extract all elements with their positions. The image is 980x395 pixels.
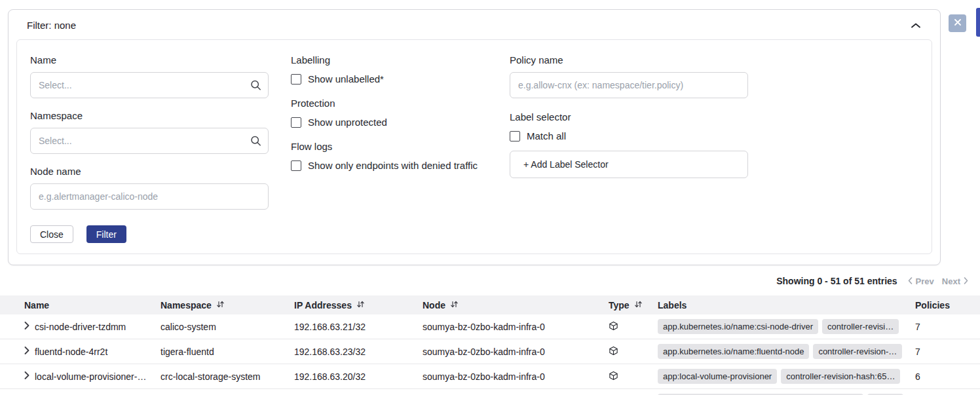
endpoint-ip: 192.168.63.21/32 [294,322,423,332]
header-policies: Policies [915,300,980,310]
pagination-bar: Showing 0 - 51 of 51 entries Prev Next [0,265,980,295]
name-field: Name [30,54,269,98]
filter-title: Filter: none [27,20,76,31]
close-flyout-button[interactable] [949,14,966,32]
chevron-right-icon [964,276,968,286]
filter-panel: Filter: none Name [8,9,941,265]
add-label-selector-button[interactable]: + Add Label Selector [510,151,748,178]
filter-column-left: Name Namespace [30,54,269,243]
close-icon [954,18,962,28]
policy-name-input[interactable] [510,72,748,98]
entries-summary: Showing 0 - 51 of 51 entries [776,276,897,286]
endpoint-namespace: crc-local-storage-system [160,371,294,382]
endpoint-node: soumya-bz-0zbo-kadm-infra-0 [423,347,609,357]
expand-row-button[interactable] [24,322,29,331]
node-name-field-label: Node name [30,166,269,177]
filter-button[interactable]: Filter [86,225,126,243]
flow-logs-heading: Flow logs [291,141,487,152]
endpoint-name: csi-node-driver-tzdmm [35,322,126,332]
namespace-field: Namespace [30,110,269,154]
label-chip: app:local-volume-provisioner [658,369,777,384]
show-unlabelled-row[interactable]: Show unlabelled* [291,73,487,85]
protection-heading: Protection [291,98,487,109]
labelling-heading: Labelling [291,54,487,66]
search-icon [250,136,261,147]
labelling-group: Labelling Show unlabelled* [291,54,487,85]
sort-icon[interactable] [450,300,459,310]
table-row[interactable]: prometheus-calico-node-… tigera-promethe… [0,389,980,395]
prev-label: Prev [916,276,934,286]
filter-flyout: Filter: none Name [0,0,980,265]
filter-panel-header: Filter: none [16,15,932,39]
endpoint-namespace: tigera-fluentd [160,347,294,357]
chevron-left-icon [908,276,913,286]
header-node[interactable]: Node [423,300,609,310]
show-unprotected-label: Show unprotected [308,117,387,128]
node-name-field: Node name [30,166,269,210]
header-ip-addresses[interactable]: IP Addresses [294,300,423,310]
endpoint-ip: 192.168.63.20/32 [294,371,423,382]
workload-endpoint-icon [609,321,618,333]
policies-count: 7 [915,322,980,332]
table-row[interactable]: fluentd-node-4rr2t tigera-fluentd 192.16… [0,339,980,364]
chevron-right-icon [24,322,29,331]
show-unprotected-checkbox[interactable] [291,117,301,128]
workload-endpoint-icon [609,371,618,383]
endpoint-node: soumya-bz-0zbo-kadm-infra-0 [423,322,609,332]
flow-logs-group: Flow logs Show only endpoints with denie… [291,141,487,171]
label-chip: controller-revision-hash:65… [781,369,900,384]
sort-icon[interactable] [356,300,365,310]
workload-endpoint-icon [609,346,618,358]
header-namespace[interactable]: Namespace [160,300,294,310]
chevron-up-icon [911,20,920,30]
protection-group: Protection Show unprotected [291,98,487,128]
filter-body: Name Namespace [16,39,932,254]
filter-column-middle: Labelling Show unlabelled* Protection Sh… [291,54,487,243]
close-button[interactable]: Close [30,225,73,243]
table-row[interactable]: csi-node-driver-tzdmm calico-system 192.… [0,314,980,339]
collapse-filter-button[interactable] [910,19,922,31]
node-name-input[interactable] [30,183,269,210]
expand-row-button[interactable] [24,347,29,356]
label-chip: controller-revisi… [822,319,899,334]
sort-icon[interactable] [216,300,225,310]
sort-icon[interactable] [634,300,643,310]
endpoint-namespace: calico-system [160,322,294,332]
policies-count: 7 [915,347,980,357]
header-labels: Labels [658,300,915,310]
name-select-input[interactable] [30,72,269,98]
denied-traffic-row[interactable]: Show only endpoints with denied traffic [291,160,487,171]
filter-column-right: Policy name Label selector Match all + A… [510,54,748,243]
prev-page-button[interactable]: Prev [908,276,934,286]
header-name: Name [24,300,160,310]
show-unprotected-row[interactable]: Show unprotected [291,117,487,128]
label-chip: app.kubernetes.io/name:csi-node-driver [658,319,818,334]
show-unlabelled-checkbox[interactable] [291,74,301,85]
policies-count: 6 [915,371,980,382]
endpoints-table: Name Namespace IP Addresses Node Type La… [0,295,980,395]
header-type[interactable]: Type [609,300,658,310]
table-row[interactable]: local-volume-provisioner-… crc-local-sto… [0,364,980,389]
search-icon [250,80,261,91]
endpoint-name: fluentd-node-4rr2t [35,347,107,357]
label-selector-heading: Label selector [510,111,748,122]
next-label: Next [942,276,960,286]
right-edge-accent [976,8,980,37]
next-page-button[interactable]: Next [942,276,968,286]
namespace-select-input[interactable] [30,128,269,154]
match-all-checkbox[interactable] [510,131,520,141]
name-field-label: Name [30,54,269,66]
match-all-row[interactable]: Match all [510,130,748,141]
endpoint-node: soumya-bz-0zbo-kadm-infra-0 [423,371,609,382]
table-header-row: Name Namespace IP Addresses Node Type La… [0,295,980,314]
endpoint-name: local-volume-provisioner-… [35,371,146,382]
show-unlabelled-label: Show unlabelled* [308,73,384,85]
policy-name-field: Policy name [510,54,748,98]
endpoint-ip: 192.168.63.23/32 [294,347,423,357]
chevron-right-icon [24,347,29,356]
policy-name-field-label: Policy name [510,54,748,66]
match-all-label: Match all [527,130,566,141]
denied-traffic-checkbox[interactable] [291,160,301,171]
denied-traffic-label: Show only endpoints with denied traffic [308,160,478,171]
expand-row-button[interactable] [24,371,29,381]
